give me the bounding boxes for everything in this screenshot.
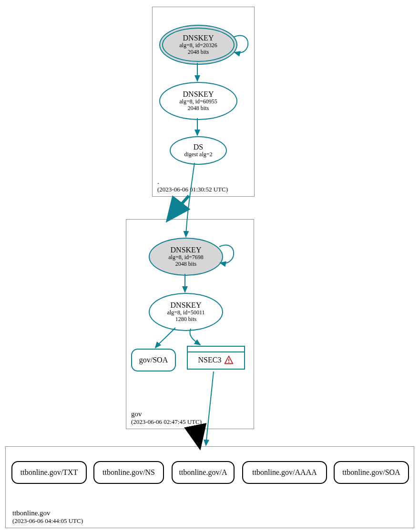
dnskey-bits: 1280 bits xyxy=(175,316,196,323)
zone-root-timestamp: (2023-06-06 01:30:52 UTC) xyxy=(157,186,228,193)
svg-point-2 xyxy=(228,362,229,363)
gov-dnskey-ksk: DNSKEY alg=8, id=7698 2048 bits xyxy=(149,238,223,276)
ds-alg: digest alg=2 xyxy=(184,151,212,158)
dnskey-title: DNSKEY xyxy=(183,90,214,99)
zone-gov-label: gov xyxy=(131,410,142,418)
zone-leaf: ttbonline.gov (2023-06-06 04:44:05 UTC) xyxy=(5,446,414,528)
dnskey-alg: alg=8, id=20326 xyxy=(179,42,217,49)
record-label: gov/SOA xyxy=(139,356,168,364)
record-aaaa: ttbonline.gov/AAAA xyxy=(242,461,327,484)
dnskey-title: DNSKEY xyxy=(171,301,202,310)
record-label: ttbonline.gov/SOA xyxy=(342,468,400,477)
record-label: ttbonline.gov/NS xyxy=(102,468,155,477)
zone-gov-timestamp: (2023-06-06 02:47:45 UTC) xyxy=(131,418,202,426)
record-ns: ttbonline.gov/NS xyxy=(93,461,164,484)
ds-title: DS xyxy=(194,143,203,151)
dnskey-bits: 2048 bits xyxy=(175,261,196,268)
gov-nsec3: NSEC3 xyxy=(187,346,245,370)
record-a: ttbonline.gov/A xyxy=(172,461,235,484)
root-dnskey-zsk: DNSKEY alg=8, id=60955 2048 bits xyxy=(159,82,237,120)
dnskey-alg: alg=8, id=50011 xyxy=(167,310,204,316)
record-soa: ttbonline.gov/SOA xyxy=(334,461,409,484)
dnskey-title: DNSKEY xyxy=(171,246,202,254)
dnskey-alg: alg=8, id=7698 xyxy=(168,254,204,261)
gov-soa: gov/SOA xyxy=(131,349,176,371)
root-ds: DS digest alg=2 xyxy=(170,136,227,165)
zone-root-label: . xyxy=(157,178,159,186)
record-label: ttbonline.gov/TXT xyxy=(20,468,78,477)
gov-dnskey-zsk: DNSKEY alg=8, id=50011 1280 bits xyxy=(149,293,223,331)
warning-icon xyxy=(224,355,234,365)
dnskey-bits: 2048 bits xyxy=(188,105,209,112)
zone-leaf-timestamp: (2023-06-06 04:44:05 UTC) xyxy=(12,517,83,525)
record-txt: ttbonline.gov/TXT xyxy=(11,461,87,484)
root-dnskey-ksk: DNSKEY alg=8, id=20326 2048 bits xyxy=(159,25,237,65)
dnskey-bits: 2048 bits xyxy=(188,49,209,56)
record-label: ttbonline.gov/A xyxy=(179,468,227,477)
record-label: ttbonline.gov/AAAA xyxy=(252,468,317,477)
dnskey-alg: alg=8, id=60955 xyxy=(179,99,217,105)
dnskey-title: DNSKEY xyxy=(183,34,214,42)
nsec3-label: NSEC3 xyxy=(198,356,222,364)
zone-leaf-label: ttbonline.gov xyxy=(12,509,51,517)
